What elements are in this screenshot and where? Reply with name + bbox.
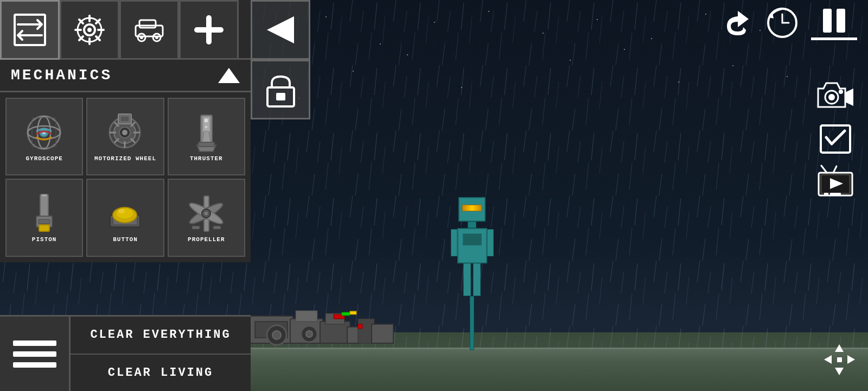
star	[542, 33, 544, 34]
gyroscope-icon	[21, 112, 67, 153]
robot-leg-right	[473, 263, 481, 296]
svg-marker-78	[267, 16, 294, 43]
hamburger-line	[13, 340, 56, 346]
svg-point-23	[306, 331, 312, 337]
robot-arm-right	[487, 229, 494, 256]
button-item[interactable]: BUTTON	[86, 179, 164, 256]
star	[380, 43, 381, 45]
piston-icon	[21, 193, 67, 234]
star	[461, 87, 462, 88]
motorized-wheel-item[interactable]: MOTORIZED WHEEL	[86, 98, 164, 175]
svg-point-70	[118, 209, 125, 213]
robot-arm-left	[451, 229, 457, 256]
undo-button[interactable]	[719, 5, 754, 41]
svg-rect-11	[320, 321, 350, 343]
svg-rect-64	[42, 194, 47, 197]
thruster-item[interactable]: THRUSTER	[168, 98, 245, 175]
svg-point-21	[272, 331, 281, 339]
robot-neck	[468, 222, 476, 228]
svg-rect-10	[296, 311, 317, 321]
svg-point-88	[828, 94, 835, 100]
clear-everything-button[interactable]: CLEAR EVERYTHING	[71, 317, 251, 355]
ground	[250, 348, 868, 391]
svg-point-33	[155, 36, 158, 39]
svg-rect-15	[372, 324, 393, 343]
debris	[250, 308, 450, 354]
robot-leg-left	[463, 263, 471, 296]
items-grid: GYROSCOPE	[0, 92, 251, 262]
svg-marker-99	[835, 344, 844, 352]
svg-rect-24	[15, 15, 45, 45]
action-buttons: CLEAR EVERYTHING CLEAR LIVING	[71, 317, 251, 391]
star	[787, 76, 788, 77]
star	[624, 49, 625, 50]
add-button[interactable]	[179, 0, 239, 60]
svg-rect-17	[342, 312, 350, 316]
svg-point-69	[116, 208, 133, 219]
robot-pole	[470, 296, 474, 350]
svg-point-58	[204, 118, 208, 123]
thruster-label: THRUSTER	[190, 155, 223, 162]
star	[488, 11, 489, 12]
motorized-wheel-label: MOTORIZED WHEEL	[94, 155, 156, 162]
star	[326, 16, 327, 17]
star	[705, 14, 706, 15]
swap-button[interactable]	[0, 0, 60, 60]
history-button[interactable]	[765, 5, 800, 41]
save-load-button[interactable]	[251, 60, 310, 119]
hamburger-line	[13, 351, 56, 357]
collapse-arrow[interactable]	[218, 68, 240, 83]
svg-point-26	[87, 28, 92, 32]
propeller-item[interactable]: PROPELLER	[168, 179, 245, 256]
gyroscope-label: GYROSCOPE	[25, 155, 62, 162]
svg-rect-65	[39, 225, 49, 231]
thruster-icon	[183, 112, 229, 153]
star	[407, 54, 408, 55]
svg-rect-77	[213, 226, 221, 229]
piston-label: PISTON	[32, 236, 57, 243]
right-side-controls	[803, 0, 868, 391]
svg-point-43	[122, 130, 127, 135]
svg-marker-57	[202, 131, 210, 142]
star	[434, 22, 435, 23]
motorized-wheel-icon	[102, 112, 148, 153]
svg-marker-89	[845, 89, 853, 106]
robot-head	[458, 197, 486, 222]
clear-living-button[interactable]: CLEAR LIVING	[71, 355, 251, 392]
robot-visor	[462, 205, 482, 211]
hamburger-line	[13, 362, 56, 368]
svg-point-75	[204, 211, 208, 216]
mechanics-title: MECHANICS	[11, 67, 112, 84]
propeller-label: PROPELLER	[188, 236, 225, 243]
svg-rect-98	[830, 193, 841, 195]
button-label: BUTTON	[113, 236, 138, 243]
svg-line-95	[833, 166, 837, 173]
svg-rect-18	[350, 311, 356, 314]
svg-rect-19	[358, 324, 362, 329]
star	[732, 65, 733, 66]
svg-rect-29	[139, 20, 156, 28]
mechanics-header: MECHANICS	[0, 60, 251, 92]
toolbar	[0, 0, 251, 60]
star	[353, 71, 354, 72]
vehicle-button[interactable]	[119, 0, 179, 60]
svg-rect-60	[199, 142, 214, 147]
checklist-button[interactable]	[814, 119, 857, 157]
gyroscope-item[interactable]: GYROSCOPE	[5, 98, 83, 175]
svg-rect-63	[39, 219, 50, 224]
svg-rect-53	[120, 116, 129, 122]
svg-rect-80	[276, 93, 285, 100]
svg-rect-103	[837, 357, 842, 362]
move-button[interactable]	[822, 342, 857, 380]
navigate-left-button[interactable]	[251, 0, 310, 60]
svg-point-90	[839, 90, 843, 94]
robot-character	[450, 197, 494, 350]
robot-legs	[450, 263, 494, 296]
piston-item[interactable]: PISTON	[5, 179, 83, 256]
svg-marker-102	[847, 355, 855, 364]
settings-button[interactable]	[60, 0, 119, 60]
tv-button[interactable]	[814, 163, 857, 201]
camera-button[interactable]	[814, 76, 857, 114]
hamburger-menu-button[interactable]	[0, 317, 71, 391]
svg-rect-76	[192, 226, 200, 229]
